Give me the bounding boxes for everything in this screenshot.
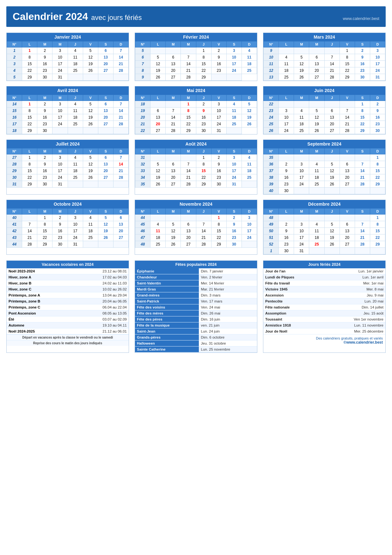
day-cell: 2 [370, 101, 385, 108]
day-cell [226, 74, 242, 81]
day-cell: 25 [68, 121, 83, 128]
day-cell [309, 101, 324, 108]
col-header-day: M [294, 209, 309, 215]
month-title: Mars 2024 [263, 33, 385, 41]
day-cell: 31 [226, 181, 242, 188]
table-row: 1325262728293031 [264, 74, 385, 81]
day-cell: 1 [196, 47, 211, 54]
table-row: N°LMMJVSD [264, 148, 385, 154]
day-cell: 18 [242, 168, 257, 174]
day-cell: 5 [83, 47, 98, 54]
day-cell: 12 [98, 221, 113, 228]
col-header-week: N° [7, 41, 22, 47]
day-cell: 2 [52, 215, 68, 221]
day-cell [181, 47, 196, 54]
day-cell: 9 [196, 108, 211, 114]
day-cell [68, 128, 83, 134]
table-row: N°LMMJVSD [264, 95, 385, 101]
day-cell: 4 [242, 47, 257, 54]
day-cell: 17 [52, 114, 68, 121]
week-number: 22 [135, 128, 150, 134]
col-header-day: M [166, 41, 181, 47]
day-cell: 1 [370, 215, 385, 221]
col-header-day: J [196, 209, 211, 215]
month-title: Février 2024 [135, 33, 257, 41]
col-header-day: D [242, 209, 257, 215]
day-cell: 14 [22, 228, 37, 234]
col-header-day: D [113, 41, 128, 47]
table-row: 13031 [264, 248, 385, 254]
col-header-day: L [150, 95, 166, 101]
day-cell: 18 [68, 168, 83, 174]
day-cell: 21 [181, 174, 196, 181]
table-row: 2891011121314 [7, 54, 129, 61]
day-cell: 29 [22, 181, 37, 188]
day-cell: 22 [196, 67, 211, 74]
week-number: 9 [135, 74, 150, 81]
day-cell: 6 [340, 221, 355, 228]
day-cell: 5 [150, 54, 166, 61]
day-cell: 3 [68, 215, 83, 221]
day-cell: 28 [181, 181, 196, 188]
table-row: N°LMMJVSD [7, 95, 129, 101]
day-cell: 4 [279, 54, 294, 61]
day-cell: 30 [226, 241, 242, 248]
day-cell: 4 [309, 221, 324, 228]
week-number: 31 [135, 154, 150, 161]
day-cell [98, 128, 113, 134]
table-row: 40123456 [7, 215, 129, 221]
day-cell: 1 [370, 154, 385, 161]
month-title: Janvier 2024 [7, 33, 129, 41]
day-cell: 11 [68, 108, 83, 114]
day-cell [166, 215, 181, 221]
week-number: 39 [264, 181, 279, 188]
day-cell: 16 [226, 228, 242, 234]
day-cell: 14 [166, 114, 181, 121]
day-cell: 8 [340, 54, 355, 61]
col-header-day: J [68, 41, 83, 47]
month-block: Juin 2024N°LMMJVSD2212233456789241011121… [263, 86, 386, 134]
day-cell: 25 [226, 121, 242, 128]
day-cell: 28 [324, 74, 340, 81]
day-cell: 13 [324, 114, 340, 121]
col-header-day: L [150, 209, 166, 215]
col-header-day: L [22, 209, 37, 215]
day-cell: 24 [226, 174, 242, 181]
day-cell: 10 [211, 108, 226, 114]
table-row: 819202122232425 [135, 67, 257, 74]
col-header-day: D [370, 148, 385, 154]
col-header-day: J [324, 95, 340, 101]
col-header-day: V [83, 148, 98, 154]
table-row: 196789101112 [135, 108, 257, 114]
col-header-day: V [211, 209, 226, 215]
day-cell: 17 [279, 121, 294, 128]
table-row: 422232425262728 [7, 67, 129, 74]
week-number: 29 [7, 168, 22, 174]
day-cell: 1 [355, 101, 370, 108]
day-cell: 19 [150, 67, 166, 74]
day-cell: 21 [166, 121, 181, 128]
month-block: Octobre 2024N°LMMJVSD4012345641789101112… [6, 200, 129, 255]
day-cell: 24 [211, 121, 226, 128]
day-cell: 30 [196, 128, 211, 134]
day-cell: 27 [98, 67, 113, 74]
day-cell [324, 154, 340, 161]
day-cell: 25 [242, 174, 257, 181]
day-cell: 13 [309, 61, 324, 67]
day-cell: 5 [309, 108, 324, 114]
day-cell: 23 [211, 67, 226, 74]
day-cell: 14 [113, 161, 128, 168]
day-cell [279, 47, 294, 54]
day-cell: 20 [309, 67, 324, 74]
col-header-day: L [22, 41, 37, 47]
day-cell: 21 [340, 121, 355, 128]
day-cell: 26 [166, 241, 181, 248]
day-cell: 4 [68, 154, 83, 161]
day-cell: 13 [150, 114, 166, 121]
table-row: 2212 [264, 101, 385, 108]
day-cell: 23 [226, 234, 242, 241]
day-cell: 17 [226, 168, 242, 174]
table-row: 3312131415161718 [135, 168, 257, 174]
day-cell: 29 [211, 241, 226, 248]
day-cell: 19 [98, 228, 113, 234]
